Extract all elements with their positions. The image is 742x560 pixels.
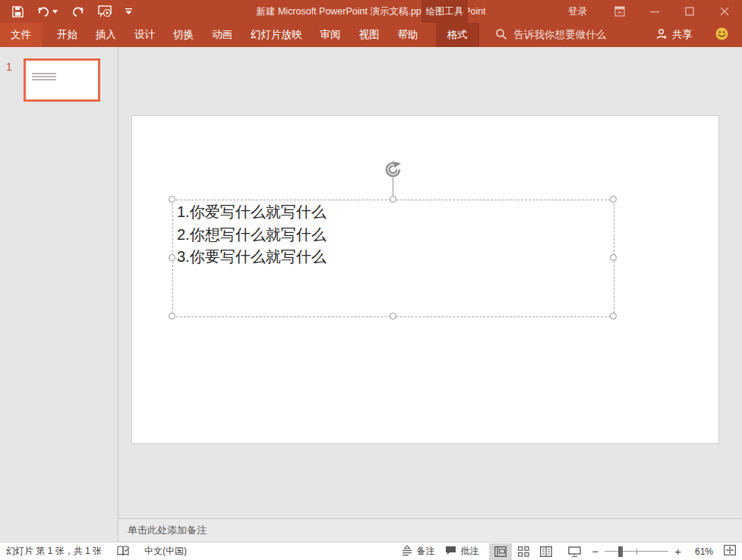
zoom-slider[interactable] [605,543,668,560]
slide-number: 1 [6,61,12,73]
tab-transitions[interactable]: 切换 [164,23,203,47]
spell-check-icon[interactable] [117,546,129,557]
tab-design[interactable]: 设计 [125,23,164,47]
zoom-slider-thumb[interactable] [618,546,623,557]
tab-home[interactable]: 开始 [48,23,87,47]
close-button[interactable] [707,0,742,23]
zoom-slider-center-tick [636,549,637,555]
zoom-control: − + [592,543,681,560]
slide-indicator: 幻灯片 第 1 张，共 1 张 [6,545,102,558]
textbox-content[interactable]: 1.你爱写什么就写什么 2.你想写什么就写什么 3.你要写什么就写什么 [177,201,327,269]
rotation-handle-icon[interactable] [384,161,402,181]
share-label: 共享 [672,28,693,42]
minimize-button[interactable] [637,0,672,23]
slide-thumbnail-1[interactable] [24,58,100,102]
resize-handle-middle-left[interactable] [169,254,175,261]
text-line-1: 1.你爱写什么就写什么 [177,201,327,224]
window-controls [602,0,742,23]
tab-help[interactable]: 帮助 [389,23,428,47]
powerpoint-window: 新建 Microsoft PowerPoint 演示文稿.pptx - Powe… [0,0,742,560]
slideshow-view-button[interactable] [568,546,581,557]
tell-me-search[interactable]: 告诉我你想要做什么 [496,23,607,47]
comments-icon [445,546,456,558]
tab-animations[interactable]: 动画 [203,23,242,47]
ribbon-tab-strip: 文件 开始 插入 设计 切换 动画 幻灯片放映 审阅 视图 帮助 格式 告诉我你… [0,23,742,47]
search-icon [496,29,507,42]
notes-placeholder: 单击此处添加备注 [128,524,207,537]
notes-icon [402,546,412,558]
resize-handle-bottom-left[interactable] [169,313,175,319]
customize-qat-icon[interactable] [125,8,132,15]
resize-handle-top-right[interactable] [610,196,617,203]
resize-handle-top-middle[interactable] [390,196,396,203]
text-line-3: 3.你要写什么就写什么 [177,246,327,269]
thumbnail-text-preview [26,61,56,80]
workspace: 1 1.你爱写什么就写什么 2.你想写什么就写什么 3.你要写什么就写什么 [0,47,742,542]
resize-handle-bottom-right[interactable] [610,313,617,319]
resize-handle-bottom-middle[interactable] [390,313,396,319]
reading-view-button[interactable] [535,543,557,560]
undo-dropdown-arrow [52,10,58,14]
normal-view-button[interactable] [489,543,512,560]
ribbon-right-group: 共享 [656,23,742,47]
tab-slideshow[interactable]: 幻灯片放映 [242,23,311,47]
start-slideshow-icon[interactable] [98,5,112,17]
maximize-button[interactable] [672,0,707,23]
quick-access-toolbar [0,5,132,17]
tab-view[interactable]: 视图 [350,23,389,47]
undo-icon[interactable] [37,6,58,17]
feedback-smiley-icon[interactable] [715,27,728,42]
search-placeholder: 告诉我你想要做什么 [514,28,607,42]
comments-toggle[interactable]: 批注 [445,545,478,558]
tab-insert[interactable]: 插入 [87,23,125,47]
resize-handle-middle-right[interactable] [610,254,617,261]
notes-toggle[interactable]: 备注 [402,545,434,558]
zoom-percentage[interactable]: 61% [692,546,713,557]
title-bar: 新建 Microsoft PowerPoint 演示文稿.pptx - Powe… [0,0,742,23]
text-line-2: 2.你想写什么就写什么 [177,224,327,247]
status-bar: 幻灯片 第 1 张，共 1 张 中文(中国) 备注 批注 [0,542,742,560]
resize-handle-top-left[interactable] [169,196,175,203]
save-icon[interactable] [12,6,24,17]
fit-slide-to-window-button[interactable] [724,545,736,558]
share-person-icon [656,29,668,42]
redo-icon[interactable] [71,6,84,17]
drawing-tools-context-label: 绘图工具 [422,0,468,23]
tab-review[interactable]: 审阅 [311,23,350,47]
pane-divider[interactable] [118,47,118,542]
notes-pane[interactable]: 单击此处添加备注 [118,519,742,542]
tab-format[interactable]: 格式 [436,23,479,47]
zoom-out-button[interactable]: − [592,545,598,558]
notes-toggle-label: 备注 [416,545,434,558]
sign-in-button[interactable]: 登录 [568,0,587,23]
view-switcher [489,543,557,560]
comments-toggle-label: 批注 [460,545,478,558]
slide-sorter-view-button[interactable] [512,543,535,560]
tab-file[interactable]: 文件 [0,23,42,47]
share-button[interactable]: 共享 [656,28,693,42]
ribbon-display-options-icon[interactable] [602,0,637,23]
language-indicator[interactable]: 中文(中国) [144,545,187,558]
zoom-in-button[interactable]: + [674,545,681,558]
